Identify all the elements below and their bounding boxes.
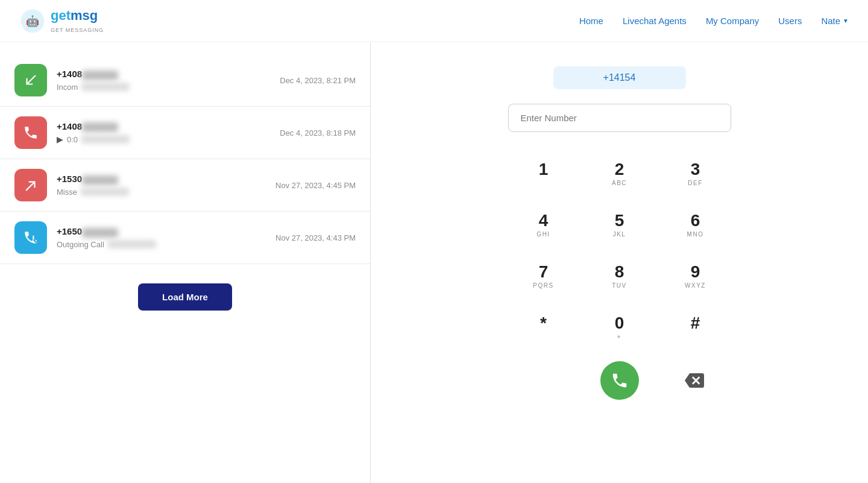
call-list: +1408 Incom Dec 4, 2023, 8:21 PM +1408 ▶…: [0, 54, 370, 264]
dial-num: 3: [691, 161, 700, 178]
call-log-panel: +1408 Incom Dec 4, 2023, 8:21 PM +1408 ▶…: [0, 42, 371, 483]
call-number: +1408: [57, 121, 270, 132]
dial-num: 4: [539, 212, 549, 229]
dial-num: *: [540, 315, 547, 332]
call-list-item[interactable]: +1408 Incom Dec 4, 2023, 8:21 PM: [0, 54, 370, 107]
dial-letters: MNO: [687, 231, 704, 239]
number-input[interactable]: [508, 104, 731, 132]
backspace-button[interactable]: [675, 361, 714, 400]
dial-num: 2: [615, 161, 624, 178]
nav-username: Nate: [821, 16, 840, 26]
load-more-container: Load More: [0, 264, 370, 330]
dial-letters: WXYZ: [685, 282, 706, 291]
dial-num: #: [691, 315, 700, 332]
dial-num: 1: [539, 161, 549, 178]
logo-msg: msg: [71, 8, 98, 23]
main-container: +1408 Incom Dec 4, 2023, 8:21 PM +1408 ▶…: [0, 42, 868, 483]
logo: 🤖 getmsg GET MESSAGING: [19, 8, 104, 34]
call-list-item[interactable]: +1408 ▶ 0:0 Dec 4, 2023, 8:18 PM: [0, 107, 370, 159]
call-type-label: ▶ 0:0: [57, 134, 270, 144]
call-date: Dec 4, 2023, 8:21 PM: [280, 76, 356, 85]
navbar: 🤖 getmsg GET MESSAGING Home Livechat Age…: [0, 0, 868, 42]
dial-key-9[interactable]: 9 WXYZ: [660, 254, 731, 300]
dial-num: 9: [691, 264, 700, 280]
call-type-icon: [14, 116, 47, 149]
dial-key-1[interactable]: 1: [508, 151, 579, 198]
phone-display: +14154: [553, 66, 686, 89]
svg-text:🤖: 🤖: [26, 14, 39, 28]
call-type-label: Misse: [57, 188, 266, 197]
blurred-number: [82, 175, 118, 185]
blurred-label: [81, 135, 130, 144]
call-label: Outgoing Call: [57, 240, 104, 249]
blurred-number: [82, 71, 118, 80]
dial-num: 0: [615, 315, 624, 332]
dial-key-5[interactable]: 5 JKL: [584, 203, 655, 249]
dial-letters: GHI: [536, 231, 550, 239]
dial-key-6[interactable]: 6 MNO: [660, 203, 731, 249]
dial-key-3[interactable]: 3 DEF: [660, 151, 731, 198]
dial-key-*[interactable]: *: [508, 305, 579, 352]
call-list-item[interactable]: +1530 Misse Nov 27, 2023, 4:45 PM: [0, 159, 370, 212]
nav-my-company[interactable]: My Company: [706, 16, 759, 26]
dial-letters: ABC: [612, 180, 627, 188]
call-info: +1530 Misse: [57, 174, 266, 196]
call-type-label: Incom: [57, 83, 270, 92]
dial-num: 6: [691, 212, 700, 229]
dial-letters: DEF: [688, 180, 703, 188]
dial-num: 7: [539, 264, 549, 280]
call-info: +1408 Incom: [57, 69, 270, 91]
call-type-icon: [14, 64, 47, 96]
dial-key-#[interactable]: #: [660, 305, 731, 352]
logo-get: get: [51, 8, 71, 23]
blurred-number: [82, 228, 118, 238]
dial-key-7[interactable]: 7 PQRS: [508, 254, 579, 300]
nav-links: Home Livechat Agents My Company Users Na…: [579, 16, 849, 26]
dial-key-4[interactable]: 4 GHI: [508, 203, 579, 249]
backspace-icon: [685, 371, 704, 390]
dial-key-8[interactable]: 8 TUV: [584, 254, 655, 300]
logo-icon: 🤖: [19, 8, 46, 34]
dial-letters: JKL: [613, 231, 626, 239]
dial-num: 8: [615, 264, 624, 280]
call-date: Nov 27, 2023, 4:43 PM: [275, 233, 356, 242]
blurred-label: [81, 188, 129, 196]
phone-icon: [611, 371, 629, 390]
dial-key-2[interactable]: 2 ABC: [584, 151, 655, 198]
dialpad: 1 2 ABC 3 DEF 4 GHI 5 JKL 6 MNO 7 PQRS 8…: [508, 151, 731, 352]
blurred-label: [108, 240, 156, 248]
call-label: Misse: [57, 188, 77, 197]
dialpad-panel: +14154 1 2 ABC 3 DEF 4 GHI 5 JKL 6 MNO 7…: [371, 42, 868, 483]
nav-home[interactable]: Home: [579, 16, 603, 26]
call-number: +1408: [57, 69, 270, 80]
nav-users[interactable]: Users: [778, 16, 802, 26]
call-number: +1530: [57, 174, 266, 185]
nav-livechat-agents[interactable]: Livechat Agents: [623, 16, 687, 26]
blurred-label: [81, 83, 130, 91]
call-type-label: Outgoing Call: [57, 240, 266, 249]
dial-letters: +: [617, 333, 621, 342]
dial-key-0[interactable]: 0 +: [584, 305, 655, 352]
call-type-icon: [14, 169, 47, 201]
call-date: Nov 27, 2023, 4:45 PM: [275, 181, 356, 190]
play-icon[interactable]: ▶: [57, 134, 63, 144]
dial-letters: PQRS: [533, 282, 553, 291]
load-more-button[interactable]: Load More: [138, 283, 232, 311]
dial-letters: TUV: [612, 282, 627, 291]
chevron-down-icon: ▼: [843, 17, 849, 24]
dial-num: 5: [615, 212, 624, 229]
call-date: Dec 4, 2023, 8:18 PM: [280, 128, 356, 137]
call-button[interactable]: [600, 361, 639, 400]
nav-user-menu[interactable]: Nate ▼: [821, 16, 849, 26]
dialpad-actions: [508, 361, 731, 400]
call-type-icon: [14, 221, 47, 254]
blurred-number: [82, 122, 118, 132]
call-number: +1650: [57, 226, 266, 237]
call-label: Incom: [57, 83, 78, 92]
logo-sub: GET MESSAGING: [51, 27, 104, 33]
call-list-item[interactable]: +1650 Outgoing Call Nov 27, 2023, 4:43 P…: [0, 212, 370, 264]
call-label: 0:0: [67, 135, 78, 144]
call-info: +1408 ▶ 0:0: [57, 121, 270, 144]
call-info: +1650 Outgoing Call: [57, 226, 266, 248]
